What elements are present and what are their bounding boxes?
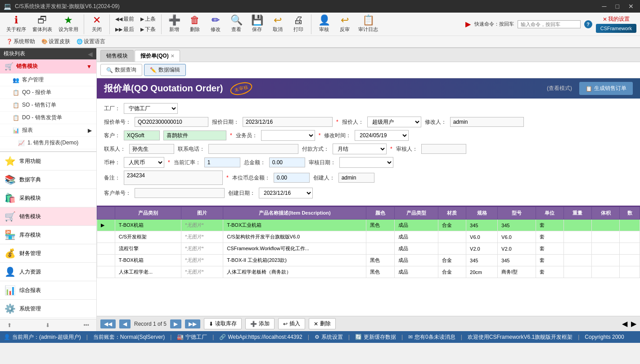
- delete-button[interactable]: 🗑 删除: [185, 13, 205, 35]
- subtab-query[interactable]: 🔍 数据查询: [100, 64, 142, 76]
- sidebar-item-qo[interactable]: 📋 QO - 报价单: [0, 86, 96, 99]
- table-row[interactable]: C/S开发框架 *无图片* C/S架构软件开发平台旗舰版V6.0 成品 V6.0…: [97, 231, 640, 243]
- last-record-button[interactable]: ▶▶ 最后: [113, 25, 137, 34]
- quote-date-input[interactable]: [243, 117, 333, 127]
- sidebar-item-customer[interactable]: 👥 客户管理: [0, 74, 96, 86]
- col-header-type[interactable]: 产品类型: [394, 207, 438, 220]
- csframework-logo[interactable]: CSFramework: [596, 24, 636, 33]
- table-row[interactable]: 流程引擎 *无图片* CSFramework.Workflow可视化工作... …: [97, 243, 640, 255]
- generate-sales-order-button[interactable]: 📋 生成销售订单: [579, 82, 633, 95]
- created-date-select[interactable]: 2023/12/16: [259, 188, 313, 198]
- modify-time-select[interactable]: 2024/05/19: [355, 130, 409, 141]
- bottom-delete-button[interactable]: ✕ 删除: [309, 318, 336, 329]
- creator-input[interactable]: [338, 173, 374, 183]
- col-header-category[interactable]: 产品类别: [115, 207, 181, 220]
- system-help-button[interactable]: ❓ 系统帮助: [4, 37, 38, 46]
- subtab-edit[interactable]: ✏️ 数据编辑: [144, 64, 186, 76]
- bottom-last-button[interactable]: ▶▶: [185, 319, 200, 328]
- table-row[interactable]: ▶ T-BOX机箱 *无图片* T-BOX工业机箱 黑色 成品 合金 345 3…: [97, 220, 640, 231]
- sidebar-item-sales-module[interactable]: 🛒 销售模块 ▼: [0, 59, 96, 74]
- sidebar-item-reports[interactable]: 📊 报表 ▶: [0, 124, 96, 137]
- contact-input[interactable]: [129, 144, 174, 154]
- query-button[interactable]: 🔍 查看: [226, 13, 246, 35]
- sidebar-item-do[interactable]: 📋 DO - 销售发货单: [0, 112, 96, 124]
- sidebar-more-button[interactable]: •••: [80, 321, 93, 329]
- set-language-button[interactable]: 🌐 设置语言: [74, 37, 108, 46]
- reviewer-input[interactable]: [421, 144, 466, 154]
- review-date-select[interactable]: [339, 157, 393, 168]
- fetch-stock-button[interactable]: ⬇ 读取库存: [204, 318, 242, 329]
- cancel-button[interactable]: ↩ 取消: [268, 13, 288, 35]
- scroll-left-button[interactable]: ◀: [622, 319, 627, 328]
- bottom-add-button[interactable]: ➕ 添加: [245, 318, 275, 329]
- tab-sales-module[interactable]: 销售模块: [100, 50, 134, 62]
- prev-record-button[interactable]: ▶ 上条: [138, 14, 158, 24]
- about-button[interactable]: ℹ 关于程序: [4, 13, 29, 35]
- bottom-insert-button[interactable]: ↩ 插入: [278, 318, 305, 329]
- bottom-next-button[interactable]: ▶: [170, 319, 181, 328]
- total-amount-input[interactable]: [269, 157, 305, 167]
- col-header-unit[interactable]: 单位: [536, 207, 563, 220]
- col-header-material[interactable]: 材质: [438, 207, 466, 220]
- tab-close-qo[interactable]: ✕: [171, 54, 174, 58]
- module-purchase-btn[interactable]: 🛍️ 采购模块: [0, 189, 96, 207]
- save-button[interactable]: 💾 保存: [247, 13, 267, 35]
- close-button[interactable]: ✕ 关闭: [87, 13, 107, 35]
- customer-name-input[interactable]: [163, 130, 226, 140]
- exchange-rate-input[interactable]: [204, 157, 240, 167]
- module-inventory-btn[interactable]: 🏪 库存模块: [0, 226, 96, 244]
- next-record-button[interactable]: ▶ 下条: [138, 25, 158, 34]
- status-update-cache[interactable]: 🔄 更新缓存数据: [355, 333, 396, 341]
- sidebar-scroll-up-button[interactable]: ⬆: [4, 321, 15, 329]
- set-common-button[interactable]: ★ 设为常用: [56, 13, 81, 35]
- module-sysadmin-btn[interactable]: ⚙️ 系统管理: [0, 300, 96, 318]
- factory-select[interactable]: 宁德工厂: [124, 103, 178, 114]
- minimize-button[interactable]: ─: [599, 3, 609, 10]
- bottom-first-button[interactable]: ◀◀: [100, 319, 116, 328]
- module-sales-btn[interactable]: 🛒 销售模块: [0, 207, 96, 226]
- table-row[interactable]: 人体工程学老... *无图片* 人体工程学老板椅（商务款） 黑色 成品 合金 2…: [97, 266, 640, 278]
- col-header-color[interactable]: 颜色: [366, 207, 394, 220]
- notes-textarea[interactable]: [124, 171, 223, 185]
- quote-person-select[interactable]: 超级用户: [367, 117, 421, 127]
- print-button[interactable]: 🖨 打印: [288, 13, 308, 35]
- sidebar-item-so[interactable]: 📋 SO - 销售订单: [0, 99, 96, 112]
- base-currency-input[interactable]: [274, 173, 310, 183]
- new-button[interactable]: ➕ 新增: [164, 13, 184, 35]
- module-reports-btn[interactable]: 📊 综合报表: [0, 281, 96, 300]
- help-button[interactable]: ?: [584, 20, 592, 28]
- close-window-button[interactable]: ✕: [626, 3, 636, 10]
- salesman-select[interactable]: [261, 130, 315, 141]
- quick-cmd-input[interactable]: [518, 20, 581, 28]
- module-hr-btn[interactable]: 👤 人力资源: [0, 263, 96, 281]
- module-finance-btn[interactable]: 💰 财务管理: [0, 244, 96, 263]
- window-list-button[interactable]: 🗗 窗体列表: [30, 13, 55, 35]
- first-record-button[interactable]: ◀◀ 最前: [113, 14, 137, 24]
- col-header-volume[interactable]: 体积: [592, 207, 620, 220]
- col-header-description[interactable]: 产品名称描述(Item Description): [223, 207, 366, 220]
- set-skin-button[interactable]: 🎨 设置皮肤: [39, 37, 73, 46]
- tab-qo[interactable]: 报价单(QO) ✕: [135, 50, 180, 62]
- col-header-image[interactable]: 图片: [181, 207, 223, 220]
- col-header-spec[interactable]: 规格: [466, 207, 498, 220]
- customer-code-input[interactable]: [124, 130, 160, 140]
- col-header-qty[interactable]: 数: [620, 207, 640, 220]
- bottom-prev-button[interactable]: ◀: [119, 319, 131, 328]
- my-settings-button[interactable]: ✕我的设置: [603, 15, 630, 23]
- review-button[interactable]: 👤 审核: [314, 13, 334, 35]
- sidebar-scroll-down-button[interactable]: ⬇: [42, 321, 54, 329]
- status-sys-settings[interactable]: ⚙ 系统设置: [315, 333, 343, 341]
- sidebar-item-monthly-report[interactable]: 📈 1. 销售月报表(Demo): [0, 137, 96, 149]
- maximize-button[interactable]: □: [613, 3, 622, 10]
- unreview-button[interactable]: ↩ 反审: [335, 13, 355, 35]
- payment-select[interactable]: 月结: [333, 144, 387, 154]
- quote-no-input[interactable]: [135, 117, 208, 127]
- phone-input[interactable]: [208, 144, 298, 154]
- customer-order-input[interactable]: [135, 188, 225, 198]
- modify-button[interactable]: ✏ 修改: [206, 13, 225, 35]
- scroll-right-button[interactable]: ▶: [631, 319, 636, 328]
- table-row[interactable]: T-BOX机箱 *无图片* T-BOX-II 工业机箱(2023款) 黑色 成品…: [97, 255, 640, 266]
- sidebar-collapse-button[interactable]: ◀: [88, 50, 93, 58]
- col-header-weight[interactable]: 重量: [563, 207, 591, 220]
- module-data-dict-btn[interactable]: 📚 数据字典: [0, 171, 96, 189]
